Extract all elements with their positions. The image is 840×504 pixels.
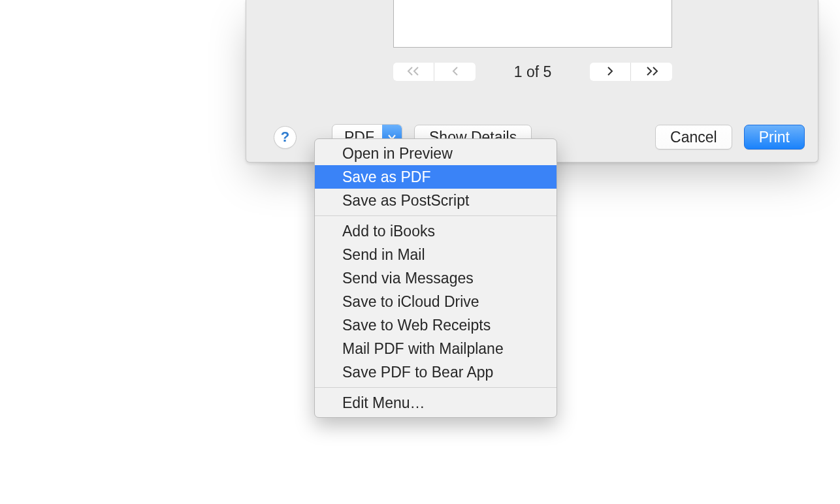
help-button[interactable]: ? <box>274 126 297 149</box>
print-button[interactable]: Print <box>744 125 805 150</box>
menu-item[interactable]: Save to Web Receipts <box>315 313 557 337</box>
menu-item[interactable]: Save to iCloud Drive <box>315 290 557 313</box>
menu-item[interactable]: Edit Menu… <box>315 391 557 415</box>
menu-item[interactable]: Send in Mail <box>315 243 557 266</box>
page-count-label: 1 of 5 <box>476 63 590 81</box>
menu-item[interactable]: Save PDF to Bear App <box>315 360 557 384</box>
pdf-dropdown-menu[interactable]: Open in PreviewSave as PDFSave as PostSc… <box>314 138 557 418</box>
menu-item[interactable]: Save as PDF <box>315 165 557 189</box>
chevron-left-icon <box>450 66 460 78</box>
menu-item[interactable]: Add to iBooks <box>315 219 557 243</box>
help-icon: ? <box>281 129 289 146</box>
menu-item[interactable]: Send via Messages <box>315 266 557 290</box>
menu-item[interactable]: Open in Preview <box>315 142 557 165</box>
next-page-button[interactable] <box>590 63 631 81</box>
page-forward-group <box>590 63 672 81</box>
menu-item[interactable]: Mail PDF with Mailplane <box>315 337 557 360</box>
page-navigator: 1 of 5 <box>393 62 672 82</box>
first-page-button[interactable] <box>393 63 434 81</box>
chevron-double-left-icon <box>406 66 421 78</box>
menu-item[interactable]: Save as PostScript <box>315 189 557 212</box>
print-preview-page <box>393 0 672 48</box>
menu-separator <box>315 215 557 216</box>
cancel-button[interactable]: Cancel <box>655 125 732 150</box>
last-page-button[interactable] <box>631 63 672 81</box>
prev-page-button[interactable] <box>434 63 476 81</box>
page-back-group <box>393 63 476 81</box>
chevron-double-right-icon <box>644 66 660 78</box>
chevron-right-icon <box>605 66 615 78</box>
menu-separator <box>315 387 557 388</box>
